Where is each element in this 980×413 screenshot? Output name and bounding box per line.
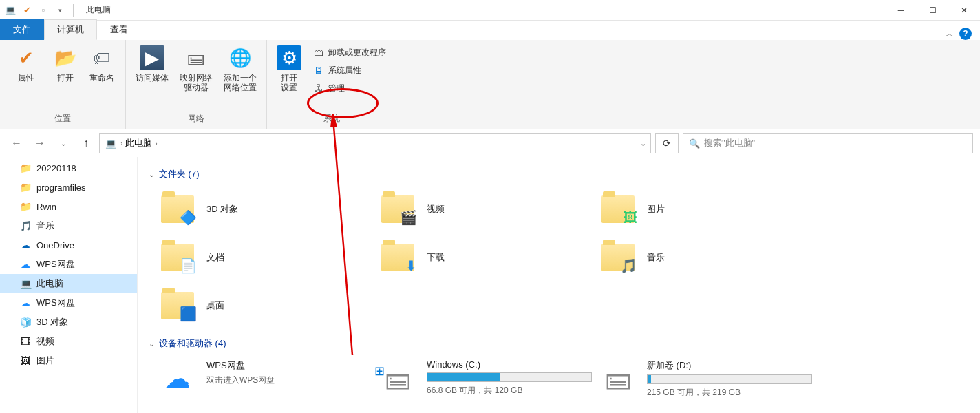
folder-label: 文档 (206, 251, 224, 264)
tree-item-label: WPS网盘 (36, 258, 75, 271)
tree-item-label: WPS网盘 (36, 297, 75, 309)
address-dropdown-icon[interactable]: ⌄ (640, 139, 646, 148)
tree-item-label: Rwin (36, 202, 56, 212)
tab-computer[interactable]: 计算机 (44, 19, 97, 40)
sysprop-label: 系统属性 (328, 65, 361, 76)
folder-icon: ⬇ (379, 238, 417, 277)
tree-item-label: OneDrive (36, 240, 74, 251)
search-icon: 🔍 (689, 138, 700, 149)
tree-item[interactable]: 🖼图片 (0, 351, 137, 370)
folders-grid: 🔷3D 对象🎬视频🖼图片📄文档⬇下载🎵音乐🟦桌面 (156, 187, 969, 328)
tree-item-label: 3D 对象 (36, 316, 68, 328)
folders-group-header[interactable]: ⌄ 文件夹 (7) (149, 168, 969, 180)
open-icon: 📂 (53, 45, 78, 70)
chevron-down-icon: ⌄ (149, 339, 155, 348)
tree-item[interactable]: 🧊3D 对象 (0, 313, 137, 332)
rename-button[interactable]: 🏷 重命名 (84, 43, 120, 85)
folder-item[interactable]: 🖼图片 (596, 187, 816, 231)
close-button[interactable]: ✕ (948, 0, 980, 21)
properties-button[interactable]: ✔ 属性 (6, 43, 47, 85)
tree-item[interactable]: 💻此电脑 (0, 274, 137, 293)
tree-item[interactable]: 📁programfiles (0, 178, 137, 197)
folder-icon: 🎬 (379, 190, 417, 229)
gear-icon: ⚙ (277, 45, 301, 70)
pic-icon: 🖼 (19, 354, 32, 367)
manage-icon: 🖧 (312, 82, 325, 94)
tree-item-label: 视频 (36, 335, 54, 348)
ribbon-tabs: 文件 计算机 查看 ︿ ? (0, 21, 980, 40)
folder-item[interactable]: 🔷3D 对象 (156, 187, 376, 231)
drives-grid: ☁WPS网盘双击进入WPS网盘🖴⊞Windows (C:)66.8 GB 可用，… (156, 357, 969, 401)
drive-icon: 🖴 (184, 45, 209, 70)
tree-item[interactable]: 🎞视频 (0, 332, 137, 351)
tree-item-label: 图片 (36, 354, 54, 367)
breadcrumb-this-pc[interactable]: 此电脑 (125, 137, 152, 149)
tree-item[interactable]: 📁20220118 (0, 158, 137, 178)
folder-item[interactable]: 📄文档 (156, 235, 376, 279)
check-icon: ✔ (14, 45, 39, 70)
folder-item[interactable]: 🎵音乐 (596, 235, 816, 279)
onedrive-icon: ☁ (19, 239, 32, 251)
nav-back-button[interactable]: ← (7, 134, 26, 153)
search-placeholder: 搜索"此电脑" (704, 137, 755, 149)
search-box[interactable]: 🔍 搜索"此电脑" (683, 133, 973, 153)
manage-button[interactable]: 🖧 管理 (308, 80, 390, 96)
add-location-button[interactable]: 🌐 添加一个 网络位置 (220, 43, 261, 96)
tree-item[interactable]: ☁WPS网盘 (0, 255, 137, 274)
breadcrumb-sep-icon: › (155, 140, 157, 147)
folder-item[interactable]: 🟦桌面 (156, 284, 376, 328)
cloud-icon: ☁ (158, 359, 197, 398)
folder-item[interactable]: ⬇下载 (376, 235, 596, 279)
drives-group-header[interactable]: ⌄ 设备和驱动器 (4) (149, 337, 969, 350)
drive-item[interactable]: 🖴新加卷 (D:)215 GB 可用，共 219 GB (596, 357, 816, 401)
media-icon: ▶ (140, 45, 164, 70)
disk-icon: 🖴 (599, 359, 637, 398)
tree-item[interactable]: 🎵音乐 (0, 216, 137, 235)
rename-icon: 🏷 (89, 45, 114, 70)
qat-new-icon[interactable]: ▫ (37, 4, 50, 17)
chevron-down-icon: ⌄ (149, 170, 155, 179)
tree-item[interactable]: ☁WPS网盘 (0, 293, 137, 313)
qat-dropdown-icon[interactable]: ▾ (54, 4, 66, 17)
folder-icon: 📄 (158, 238, 197, 277)
drive-usage-bar (427, 372, 592, 382)
group-system-label: 系统 (273, 112, 390, 126)
open-button[interactable]: 📂 打开 (50, 43, 81, 85)
tab-file[interactable]: 文件 (0, 19, 44, 40)
drive-usage-bar (647, 374, 812, 384)
qat-properties-icon[interactable]: ✔ (21, 4, 33, 17)
nav-forward-button[interactable]: → (30, 134, 50, 153)
access-media-button[interactable]: ▶ 访问媒体 (131, 43, 173, 85)
folder-label: 视频 (427, 203, 445, 215)
uninstall-button[interactable]: 🗃 卸载或更改程序 (308, 44, 390, 61)
ribbon-group-network: ▶ 访问媒体 🖴 映射网络 驱动器 🌐 添加一个 网络位置 网络 (126, 40, 267, 129)
folder-icon: 📁 (19, 162, 32, 174)
refresh-button[interactable]: ⟳ (655, 133, 679, 153)
minimize-button[interactable]: ─ (885, 0, 917, 21)
tree-item[interactable]: 📁Rwin (0, 197, 137, 216)
tree-item-label: 20220118 (36, 163, 76, 173)
collapse-ribbon-icon[interactable]: ︿ (946, 28, 954, 40)
nav-recent-dropdown[interactable]: ⌄ (54, 134, 73, 153)
folder-icon: 🖼 (599, 190, 637, 229)
folder-label: 音乐 (647, 251, 665, 264)
drive-label: 新加卷 (D:) (647, 359, 812, 372)
help-icon[interactable]: ? (959, 28, 972, 40)
system-properties-button[interactable]: 🖥 系统属性 (308, 62, 390, 78)
drive-item[interactable]: ☁WPS网盘双击进入WPS网盘 (156, 357, 376, 401)
nav-up-button[interactable]: ↑ (77, 134, 95, 153)
folder-label: 桌面 (206, 299, 224, 312)
tree-item[interactable]: ☁OneDrive (0, 235, 137, 255)
open-label: 打开 (57, 73, 74, 83)
drive-item[interactable]: 🖴⊞Windows (C:)66.8 GB 可用，共 120 GB (376, 357, 596, 401)
video-icon: 🎞 (19, 335, 32, 348)
maximize-button[interactable]: ☐ (917, 0, 948, 21)
map-drive-button[interactable]: 🖴 映射网络 驱动器 (175, 43, 217, 96)
address-bar[interactable]: 💻 › 此电脑 › ⌄ (99, 133, 651, 153)
folder-item[interactable]: 🎬视频 (376, 187, 596, 231)
nav-bar: ← → ⌄ ↑ 💻 › 此电脑 › ⌄ ⟳ 🔍 搜索"此电脑" (0, 129, 980, 157)
folders-title: 文件夹 (7) (159, 168, 200, 180)
tab-view[interactable]: 查看 (97, 19, 141, 40)
drive-free-text: 66.8 GB 可用，共 120 GB (427, 385, 592, 396)
open-settings-button[interactable]: ⚙ 打开 设置 (273, 43, 306, 96)
